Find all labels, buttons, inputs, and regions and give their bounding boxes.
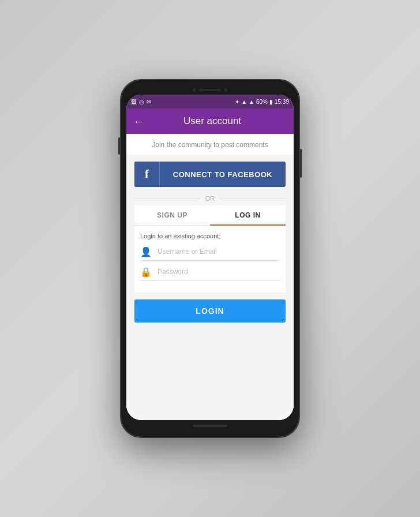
facebook-icon-box: f bbox=[134, 162, 160, 187]
notification-icon: 🖼 bbox=[131, 99, 137, 105]
lock-icon: 🔒 bbox=[140, 267, 154, 278]
location-icon: ◎ bbox=[139, 99, 144, 105]
phone-screen: 🖼 ◎ ✉ ✦ ▲ ▲ 60% ▮ 15:39 ← User account bbox=[126, 95, 294, 420]
password-input[interactable] bbox=[154, 265, 280, 278]
facebook-f-icon: f bbox=[145, 167, 149, 182]
username-input[interactable] bbox=[154, 245, 280, 258]
battery-level: 60% bbox=[256, 99, 268, 105]
user-icon: 👤 bbox=[140, 246, 154, 257]
home-button[interactable] bbox=[193, 425, 227, 427]
form-label: Login to an existing account: bbox=[140, 233, 280, 239]
app-bar-title: User account bbox=[152, 115, 273, 127]
facebook-connect-button[interactable]: f CONNECT TO FACEBOOK bbox=[134, 162, 286, 187]
speaker bbox=[198, 89, 222, 91]
scene: 🖼 ◎ ✉ ✦ ▲ ▲ 60% ▮ 15:39 ← User account bbox=[0, 0, 420, 517]
tab-login[interactable]: LOG IN bbox=[210, 205, 286, 225]
login-button[interactable]: LOGIN bbox=[134, 299, 286, 323]
camera bbox=[193, 88, 196, 92]
login-form: Login to an existing account: 👤 🔒 bbox=[134, 226, 286, 293]
divider-left bbox=[134, 198, 200, 199]
or-divider: OR bbox=[126, 192, 294, 205]
app-bar: ← User account bbox=[126, 108, 294, 134]
phone-top bbox=[126, 85, 294, 95]
wifi-icon: ▲ bbox=[241, 99, 247, 105]
phone-bottom bbox=[126, 420, 294, 432]
username-row: 👤 bbox=[140, 245, 280, 261]
auth-tabs: SIGN UP LOG IN bbox=[134, 205, 286, 226]
password-row: 🔒 bbox=[140, 265, 280, 281]
bottom-spacer bbox=[126, 329, 294, 420]
signal-icon: ▲ bbox=[249, 99, 254, 105]
time: 15:39 bbox=[275, 99, 289, 105]
back-button[interactable]: ← bbox=[133, 115, 145, 128]
bluetooth-icon: ✦ bbox=[235, 99, 239, 105]
tab-signup[interactable]: SIGN UP bbox=[134, 205, 210, 225]
battery-icon: ▮ bbox=[269, 99, 273, 105]
subtitle-text: Join the community to post comments bbox=[126, 134, 294, 155]
phone-shell: 🖼 ◎ ✉ ✦ ▲ ▲ 60% ▮ 15:39 ← User account bbox=[121, 80, 299, 437]
facebook-btn-label: CONNECT TO FACEBOOK bbox=[160, 170, 286, 179]
status-right-icons: ✦ ▲ ▲ 60% ▮ 15:39 bbox=[235, 99, 289, 105]
sensor bbox=[224, 88, 227, 92]
status-left-icons: 🖼 ◎ ✉ bbox=[131, 99, 151, 105]
status-bar: 🖼 ◎ ✉ ✦ ▲ ▲ 60% ▮ 15:39 bbox=[126, 95, 294, 108]
login-btn-label: LOGIN bbox=[196, 306, 224, 316]
or-text: OR bbox=[200, 195, 221, 202]
content-area: Join the community to post comments f CO… bbox=[126, 134, 294, 420]
message-icon: ✉ bbox=[147, 99, 151, 105]
divider-right bbox=[220, 198, 286, 199]
